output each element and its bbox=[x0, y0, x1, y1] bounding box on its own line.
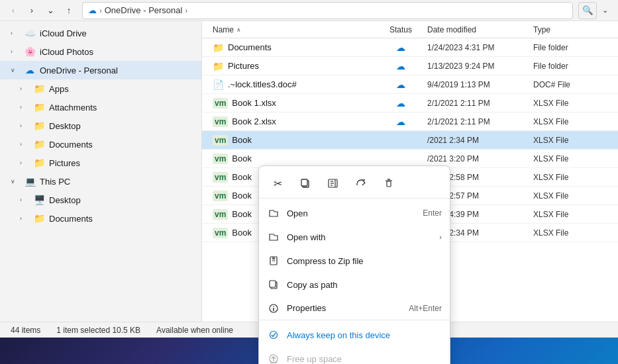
context-menu-item-free-space[interactable]: Free up space bbox=[259, 347, 450, 364]
expand-icon: › bbox=[20, 215, 29, 222]
titlebar: ‹ › ⌄ ↑ ☁ › OneDrive - Personal › 🔍 ⌄ bbox=[0, 0, 618, 21]
file-name-cell: vm Book bbox=[202, 154, 374, 164]
col-name-header[interactable]: Name ∧ bbox=[202, 25, 374, 34]
sidebar-item-documents[interactable]: › 📁 Documents bbox=[0, 135, 201, 154]
xlsx-icon: vm bbox=[213, 209, 228, 220]
file-name-text: Pictures bbox=[228, 61, 259, 71]
delete-button[interactable] bbox=[378, 173, 399, 194]
sidebar-item-thispc[interactable]: ∨ 💻 This PC bbox=[0, 172, 201, 191]
address-bar[interactable]: ☁ › OneDrive - Personal › bbox=[82, 2, 573, 19]
sidebar-item-attachments[interactable]: › 📁 Attachments bbox=[0, 98, 201, 116]
sidebar-item-pictures[interactable]: › 📁 Pictures bbox=[0, 154, 201, 172]
back-button[interactable]: ‹ bbox=[5, 3, 21, 19]
file-type-cell: XLSX File bbox=[533, 210, 613, 219]
cloud-status-icon: ☁ bbox=[396, 116, 405, 127]
sidebar-item-desktop[interactable]: › 📁 Desktop bbox=[0, 116, 201, 135]
copy-path-label: Copy as path bbox=[287, 280, 442, 290]
file-type-cell: File folder bbox=[533, 43, 613, 52]
file-type-cell: XLSX File bbox=[533, 117, 613, 126]
sidebar: › ☁️ iCloud Drive › 🌸 iCloud Photos ∨ ☁ … bbox=[0, 21, 202, 322]
expand-button[interactable]: ⌄ bbox=[597, 3, 613, 19]
expand-icon: › bbox=[20, 122, 29, 129]
svg-rect-6 bbox=[387, 181, 391, 187]
copy-path-icon bbox=[267, 278, 280, 291]
file-name-cell: vm Book 2.xlsx bbox=[202, 116, 374, 127]
sidebar-item-icloud-drive[interactable]: › ☁️ iCloud Drive bbox=[0, 24, 201, 42]
address-text: OneDrive - Personal bbox=[105, 5, 183, 15]
file-date-cell: 2/1/2021 2:11 PM bbox=[427, 99, 533, 108]
file-status-cell: ☁ bbox=[374, 61, 427, 71]
desktop2-icon: 🖥️ bbox=[33, 195, 45, 205]
file-name-text: Book bbox=[232, 172, 252, 182]
file-status-cell: ☁ bbox=[374, 42, 427, 53]
expand-icon: › bbox=[11, 48, 20, 55]
thispc-icon: 💻 bbox=[24, 176, 36, 187]
file-date-cell: 1/13/2023 9:24 PM bbox=[427, 62, 533, 71]
xlsx-icon: vm bbox=[213, 228, 228, 238]
col-status-header[interactable]: Status bbox=[374, 25, 427, 34]
table-row[interactable]: vm Book /2021 2:34 PM XLSX File bbox=[202, 131, 618, 150]
search-button[interactable]: 🔍 bbox=[578, 2, 597, 19]
sidebar-item-label: Desktop bbox=[49, 121, 81, 131]
forward-button[interactable]: › bbox=[24, 3, 40, 19]
table-row[interactable]: 📁 Documents ☁ 1/24/2023 4:31 PM File fol… bbox=[202, 38, 618, 57]
sidebar-item-label: This PC bbox=[40, 177, 70, 187]
file-status-cell: ☁ bbox=[374, 98, 427, 109]
cut-button[interactable]: ✂ bbox=[267, 173, 288, 194]
table-row[interactable]: vm Book 2.xlsx ☁ 2/1/2021 2:11 PM XLSX F… bbox=[202, 113, 618, 131]
up-button[interactable]: ↑ bbox=[61, 3, 77, 19]
expand-icon: › bbox=[20, 197, 29, 203]
properties-shortcut: Alt+Enter bbox=[409, 304, 442, 313]
sidebar-item-apps[interactable]: › 📁 Apps bbox=[0, 79, 201, 98]
open-with-arrow-icon: › bbox=[439, 233, 442, 241]
cloud-status-icon: ☁ bbox=[396, 42, 405, 53]
table-row[interactable]: 📁 Pictures ☁ 1/13/2023 9:24 PM File fold… bbox=[202, 57, 618, 75]
sidebar-item-icloud-photos[interactable]: › 🌸 iCloud Photos bbox=[0, 42, 201, 61]
context-menu-item-open[interactable]: Open Enter bbox=[259, 201, 450, 225]
sidebar-item-onedrive[interactable]: ∨ ☁ OneDrive - Personal bbox=[0, 61, 201, 79]
rename-button[interactable] bbox=[323, 173, 344, 194]
free-space-icon bbox=[267, 352, 280, 364]
copy-button[interactable] bbox=[295, 173, 316, 194]
context-menu-item-keep[interactable]: Always keep on this device bbox=[259, 323, 450, 347]
table-row[interactable]: 📄 .~lock.titles3.doc# ☁ 9/4/2019 1:13 PM… bbox=[202, 75, 618, 94]
file-name-text: Book bbox=[232, 154, 252, 163]
context-menu-item-open-with[interactable]: Open with › bbox=[259, 225, 450, 249]
context-menu-item-copy-path[interactable]: Copy as path bbox=[259, 273, 450, 296]
file-type-cell: XLSX File bbox=[533, 154, 613, 163]
context-menu-item-properties[interactable]: Properties Alt+Enter bbox=[259, 296, 450, 320]
availability-text: Available when online bbox=[156, 326, 233, 335]
expand-icon: › bbox=[20, 85, 29, 92]
svg-rect-1 bbox=[301, 179, 307, 186]
file-name-text: Book bbox=[232, 209, 252, 219]
xlsx-icon: vm bbox=[213, 98, 228, 109]
open-with-label: Open with bbox=[287, 232, 433, 242]
table-row[interactable]: vm Book 1.xlsx ☁ 2/1/2021 2:11 PM XLSX F… bbox=[202, 94, 618, 113]
properties-icon bbox=[267, 302, 280, 315]
sidebar-item-documents2[interactable]: › 📁 Documents bbox=[0, 209, 201, 228]
file-name-cell: 📁 Pictures bbox=[202, 61, 374, 71]
context-menu-item-compress[interactable]: Compress to Zip file bbox=[259, 249, 450, 273]
col-date-header[interactable]: Date modified bbox=[427, 25, 533, 34]
onedrive-icon: ☁ bbox=[24, 65, 36, 75]
sidebar-item-desktop2[interactable]: › 🖥️ Desktop bbox=[0, 191, 201, 209]
expand-icon: › bbox=[20, 104, 29, 111]
file-name-text: Documents bbox=[228, 42, 272, 52]
folder-icon: 📁 bbox=[213, 42, 224, 53]
file-date-cell: 2/1/2021 2:11 PM bbox=[427, 117, 533, 126]
share-button[interactable] bbox=[350, 173, 372, 194]
file-name-cell: 📄 .~lock.titles3.doc# bbox=[202, 79, 374, 90]
expand-icon: ∨ bbox=[11, 178, 20, 185]
free-space-label: Free up space bbox=[287, 354, 442, 364]
file-list-header: Name ∧ Status Date modified Type bbox=[202, 21, 618, 38]
documents-folder-icon: 📁 bbox=[33, 139, 45, 150]
file-type-cell: DOC# File bbox=[533, 80, 613, 89]
desktop-folder-icon: 📁 bbox=[33, 120, 45, 131]
apps-folder-icon: 📁 bbox=[33, 83, 45, 94]
icloud-drive-icon: ☁️ bbox=[24, 28, 36, 38]
recent-button[interactable]: ⌄ bbox=[42, 3, 58, 19]
cloud-icon: ☁ bbox=[88, 5, 97, 15]
sidebar-item-label: OneDrive - Personal bbox=[40, 66, 118, 75]
file-date-cell: 9/4/2019 1:13 PM bbox=[427, 80, 533, 89]
col-type-header[interactable]: Type bbox=[533, 25, 613, 34]
